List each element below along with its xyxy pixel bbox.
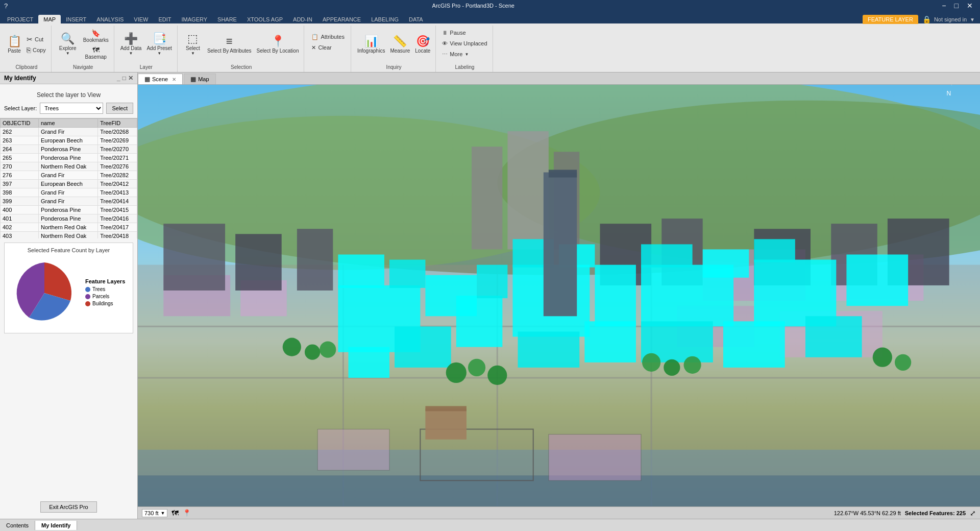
svg-rect-51 [549, 170, 577, 178]
table-cell: 402 [1, 223, 39, 232]
tab-map[interactable]: MAP [38, 15, 61, 24]
table-row[interactable]: 398Grand FirTree/20413 [1, 188, 137, 197]
layer-dropdown[interactable]: Trees Parcels Buildings [40, 103, 103, 114]
locate-button[interactable]: 🎯 Locate [413, 30, 432, 59]
attributes-button[interactable]: 📋 Attributes [309, 32, 346, 42]
bookmarks-icon: 🔖 [91, 29, 100, 37]
svg-rect-31 [349, 347, 389, 378]
legend-dot-parcels [85, 294, 90, 299]
table-row[interactable]: 401Ponderosa PineTree/20416 [1, 214, 137, 223]
select-button[interactable]: ⬚ Select ▼ [182, 30, 204, 59]
tab-data[interactable]: DATA [404, 15, 428, 24]
scale-dropdown-icon[interactable]: ▼ [161, 511, 165, 516]
infographics-button[interactable]: 📊 Infographics [355, 30, 387, 59]
viewport[interactable]: ↑ N [138, 85, 980, 506]
tab-appearance[interactable]: APPEARANCE [317, 15, 366, 24]
select-icon: ⬚ [187, 33, 198, 44]
clear-button[interactable]: ✕ Clear [309, 42, 346, 53]
select-by-location-button[interactable]: 📍 Select By Location [255, 30, 301, 59]
cut-button[interactable]: ✂ Cut [24, 34, 48, 44]
close-btn[interactable]: ✕ [964, 2, 976, 10]
view-unplaced-button[interactable]: 👁 View Unplaced [440, 38, 489, 49]
panel-minimize-icon[interactable]: _ [117, 75, 120, 82]
table-cell: Ponderosa Pine [39, 145, 98, 154]
tab-addin[interactable]: ADD-IN [288, 15, 317, 24]
bookmarks-button[interactable]: 🔖 Bookmarks [81, 28, 111, 44]
panel-close-icon[interactable]: ✕ [128, 75, 133, 82]
legend-item-parcels: Parcels [85, 294, 125, 299]
select-layer-row: Select Layer: Trees Parcels Buildings Se… [4, 103, 133, 114]
exit-area: Exit ArcGIS Pro [0, 496, 137, 519]
table-cell: 401 [1, 214, 39, 223]
table-row[interactable]: 270Northern Red OakTree/20276 [1, 162, 137, 171]
table-row[interactable]: 397European BeechTree/20412 [1, 180, 137, 188]
table-row[interactable]: 263European BeechTree/20269 [1, 136, 137, 145]
svg-point-53 [305, 345, 320, 360]
select-layer-button[interactable]: Select [106, 103, 133, 114]
bottom-tab-contents[interactable]: Contents [0, 521, 35, 530]
coordinates-btn[interactable]: 📍 [183, 509, 191, 517]
table-cell: 263 [1, 136, 39, 145]
pause-button[interactable]: ⏸ Pause [440, 28, 489, 38]
select-by-location-icon: 📍 [271, 36, 285, 47]
tab-feature-layer[interactable]: FEATURE LAYER [863, 15, 918, 24]
account-label[interactable]: Not signed in [934, 16, 967, 22]
table-row[interactable]: 264Ponderosa PineTree/20270 [1, 145, 137, 154]
help-icon[interactable]: ? [4, 2, 8, 10]
exit-button[interactable]: Exit ArcGIS Pro [40, 501, 96, 513]
selected-features-count: Selected Features: 225 [905, 510, 966, 516]
paste-button[interactable]: 📋 Paste [5, 27, 23, 62]
table-row[interactable]: 262Grand FirTree/20268 [1, 128, 137, 136]
table-row[interactable]: 403Northern Red OakTree/20418 [1, 232, 137, 239]
expand-icon[interactable]: ⤢ [970, 509, 976, 517]
panel-float-icon[interactable]: □ [122, 75, 126, 82]
table-row[interactable]: 402Northern Red OakTree/20417 [1, 223, 137, 232]
bottom-tab-my-identify[interactable]: My Identify [35, 521, 77, 530]
table-cell: Tree/20268 [98, 128, 137, 136]
scene-tab-close[interactable]: ✕ [172, 77, 176, 82]
tab-share[interactable]: SHARE [212, 15, 242, 24]
tab-scene[interactable]: ▦ Scene ✕ [138, 74, 183, 84]
measure-button[interactable]: 📏 Measure [388, 30, 412, 59]
tab-xtools[interactable]: XTOOLS AGP [242, 15, 288, 24]
main-layout: My Identify _ □ ✕ Select the layer to Vi… [0, 73, 980, 531]
account-dropdown-icon[interactable]: ▼ [970, 17, 975, 22]
scale-selector[interactable]: 730 ft ▼ [142, 509, 167, 517]
minimize-btn[interactable]: − [939, 2, 949, 10]
table-scroll-container[interactable]: OBJECTID name TreeFID 262Grand FirTree/2… [0, 118, 137, 238]
svg-text:↑: ↑ [949, 85, 954, 87]
basemap-button[interactable]: 🗺 Basemap [81, 45, 111, 61]
table-cell: European Beech [39, 180, 98, 188]
svg-rect-46 [846, 255, 908, 306]
table-cell: 264 [1, 145, 39, 154]
table-cell: 403 [1, 232, 39, 239]
tab-edit[interactable]: EDIT [153, 15, 176, 24]
table-cell: 262 [1, 128, 39, 136]
svg-rect-4 [472, 147, 502, 249]
tab-project[interactable]: PROJECT [2, 15, 38, 24]
table-cell: Tree/20282 [98, 171, 137, 180]
tab-map[interactable]: ▦ Map [184, 74, 215, 84]
table-cell: 276 [1, 171, 39, 180]
table-row[interactable]: 276Grand FirTree/20282 [1, 171, 137, 180]
svg-point-52 [283, 338, 301, 356]
tab-insert[interactable]: INSERT [61, 15, 91, 24]
table-cell: Tree/20416 [98, 214, 137, 223]
more-button[interactable]: ⋯ More ▼ [440, 49, 489, 59]
table-row[interactable]: 399Grand FirTree/20414 [1, 197, 137, 206]
explore-button[interactable]: 🔍 Explore ▼ [56, 27, 80, 62]
table-row[interactable]: 400Ponderosa PineTree/20415 [1, 206, 137, 214]
tab-view[interactable]: VIEW [129, 15, 153, 24]
navigate-label: Navigate [56, 63, 111, 70]
tab-labeling[interactable]: LABELING [366, 15, 404, 24]
add-data-button[interactable]: ➕ Add Data ▼ [118, 30, 144, 59]
table-row[interactable]: 265Ponderosa PineTree/20271 [1, 154, 137, 162]
add-preset-button[interactable]: 📑 Add Preset ▼ [144, 30, 174, 59]
select-by-attributes-button[interactable]: ≡ Select By Attributes [205, 30, 254, 59]
maximize-btn[interactable]: □ [951, 2, 962, 10]
tab-imagery[interactable]: IMAGERY [177, 15, 213, 24]
tab-analysis[interactable]: ANALYSIS [91, 15, 129, 24]
copy-button[interactable]: ⎘ Copy [24, 45, 48, 55]
chart-panel: Selected Feature Count by Layer [4, 243, 133, 333]
scene-tab-label: Scene [152, 76, 168, 82]
